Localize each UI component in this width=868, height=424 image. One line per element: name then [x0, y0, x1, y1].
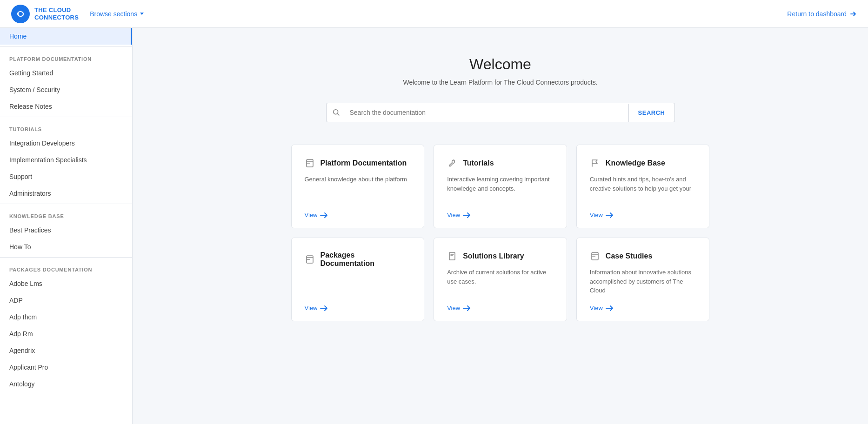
card-knowledge-base[interactable]: Knowledge Base Curated hints and tips, h…	[576, 145, 710, 228]
card-title-knowledge-base: Knowledge Base	[606, 159, 665, 167]
card-title-case-studies: Case Studies	[606, 252, 652, 260]
logo[interactable]: THE CLOUD CONNECTORS	[11, 5, 79, 23]
sidebar-item-adp-ihcm[interactable]: Adp Ihcm	[0, 309, 132, 325]
welcome-subtitle: Welcome to the Learn Platform for The Cl…	[403, 79, 597, 86]
card-arrow-platform-documentation	[320, 212, 328, 219]
search-container: SEARCH	[326, 103, 675, 122]
card-arrow-tutorials	[463, 212, 471, 219]
card-title-platform-documentation: Platform Documentation	[320, 159, 407, 167]
card-platform-documentation[interactable]: Platform Documentation General knowledge…	[291, 145, 425, 228]
sidebar: Home PLATFORM DOCUMENTATIONGetting Start…	[0, 28, 133, 424]
card-icon-solutions-library	[447, 251, 457, 261]
card-tutorials[interactable]: Tutorials Interactive learning covering …	[434, 145, 567, 228]
sidebar-section-label-2: KNOWLEDGE BASE	[0, 206, 132, 222]
card-desc-platform-documentation: General knowledge about the platform	[305, 175, 411, 202]
card-header-packages-documentation: Packages Documentation	[305, 251, 411, 268]
card-view-label-tutorials: View	[447, 212, 460, 219]
card-header-case-studies: Case Studies	[590, 251, 696, 261]
header-left: THE CLOUD CONNECTORS Browse sections	[11, 5, 144, 23]
sidebar-item-adp-rm[interactable]: Adp Rm	[0, 325, 132, 342]
card-desc-case-studies: Information about innovative solutions a…	[590, 268, 696, 295]
card-header-tutorials: Tutorials	[447, 158, 554, 168]
card-view-label-case-studies: View	[590, 305, 603, 311]
sidebar-item-getting-started[interactable]: Getting Started	[0, 65, 132, 81]
card-footer-tutorials[interactable]: View	[447, 212, 554, 219]
svg-rect-5	[449, 252, 455, 260]
sidebar-item-best-practices[interactable]: Best Practices	[0, 222, 132, 238]
card-header-platform-documentation: Platform Documentation	[305, 158, 411, 168]
sidebar-divider-2	[0, 117, 132, 117]
card-title-packages-documentation: Packages Documentation	[320, 251, 411, 268]
card-desc-tutorials: Interactive learning covering important …	[447, 175, 554, 202]
sidebar-item-integration-developers[interactable]: Integration Developers	[0, 135, 132, 152]
card-view-label-knowledge-base: View	[590, 212, 603, 219]
card-footer-platform-documentation[interactable]: View	[305, 212, 411, 219]
sidebar-item-implementation-specialists[interactable]: Implementation Specialists	[0, 152, 132, 168]
card-desc-solutions-library: Archive of current solutions for active …	[447, 268, 554, 295]
welcome-title: Welcome	[469, 56, 531, 73]
card-icon-platform-documentation	[305, 158, 315, 168]
card-arrow-packages-documentation	[320, 305, 328, 311]
sidebar-item-release-notes[interactable]: Release Notes	[0, 98, 132, 115]
chevron-down-icon	[140, 13, 144, 15]
card-footer-packages-documentation[interactable]: View	[305, 305, 411, 311]
sidebar-divider-3	[0, 204, 132, 204]
sidebar-item-adp[interactable]: ADP	[0, 292, 132, 309]
card-footer-solutions-library[interactable]: View	[447, 305, 554, 311]
svg-point-3	[454, 160, 455, 161]
card-icon-packages-documentation	[305, 254, 315, 265]
return-icon	[849, 10, 857, 18]
sidebar-section-label-1: TUTORIALS	[0, 119, 132, 135]
card-icon-tutorials	[447, 158, 457, 168]
card-arrow-case-studies	[606, 305, 614, 311]
browse-sections-label: Browse sections	[90, 10, 137, 18]
card-view-label-packages-documentation: View	[305, 305, 318, 311]
sidebar-section-label-0: PLATFORM DOCUMENTATION	[0, 49, 132, 65]
search-button[interactable]: SEARCH	[628, 104, 674, 122]
card-desc-knowledge-base: Curated hints and tips, how-to's and cre…	[590, 175, 696, 202]
sidebar-section-label-3: PACKAGES DOCUMENTATION	[0, 259, 132, 275]
card-view-label-solutions-library: View	[447, 305, 460, 311]
card-title-solutions-library: Solutions Library	[463, 252, 524, 260]
svg-point-1	[333, 110, 338, 114]
card-arrow-knowledge-base	[606, 212, 614, 219]
logo-text: THE CLOUD CONNECTORS	[34, 7, 79, 21]
search-icon	[327, 108, 346, 117]
sidebar-item-applicant-pro[interactable]: Applicant Pro	[0, 359, 132, 376]
sidebar-item-how-to[interactable]: How To	[0, 238, 132, 255]
sidebar-item-home[interactable]: Home	[0, 28, 132, 45]
return-dashboard-link[interactable]: Return to dashboard	[787, 10, 857, 18]
card-case-studies[interactable]: Case Studies Information about innovativ…	[576, 238, 710, 321]
main-content: Welcome Welcome to the Learn Platform fo…	[133, 28, 868, 424]
header: THE CLOUD CONNECTORS Browse sections Ret…	[0, 0, 868, 28]
card-footer-case-studies[interactable]: View	[590, 305, 696, 311]
return-dashboard-label: Return to dashboard	[787, 10, 847, 18]
cards-grid: Platform Documentation General knowledge…	[291, 145, 710, 321]
card-header-solutions-library: Solutions Library	[447, 251, 554, 261]
card-packages-documentation[interactable]: Packages Documentation View	[291, 238, 425, 321]
sidebar-item-system-security[interactable]: System / Security	[0, 81, 132, 98]
browse-sections-button[interactable]: Browse sections	[90, 10, 144, 18]
sidebar-item-administrators[interactable]: Administrators	[0, 185, 132, 202]
card-footer-knowledge-base[interactable]: View	[590, 212, 696, 219]
card-icon-case-studies	[590, 251, 600, 261]
sidebar-divider-1	[0, 46, 132, 47]
sidebar-item-agendrix[interactable]: Agendrix	[0, 342, 132, 359]
sidebar-item-adobe-lms[interactable]: Adobe Lms	[0, 275, 132, 292]
card-view-label-platform-documentation: View	[305, 212, 318, 219]
card-arrow-solutions-library	[463, 305, 471, 311]
card-header-knowledge-base: Knowledge Base	[590, 158, 696, 168]
logo-icon	[11, 5, 30, 23]
card-solutions-library[interactable]: Solutions Library Archive of current sol…	[434, 238, 567, 321]
sidebar-divider-4	[0, 257, 132, 258]
sidebar-item-antology[interactable]: Antology	[0, 376, 132, 392]
sidebar-item-support[interactable]: Support	[0, 168, 132, 185]
search-input[interactable]	[346, 103, 628, 122]
card-desc-packages-documentation	[305, 274, 411, 295]
layout: Home PLATFORM DOCUMENTATIONGetting Start…	[0, 28, 868, 424]
card-title-tutorials: Tutorials	[463, 159, 494, 167]
svg-point-0	[17, 13, 19, 15]
card-icon-knowledge-base	[590, 158, 600, 168]
